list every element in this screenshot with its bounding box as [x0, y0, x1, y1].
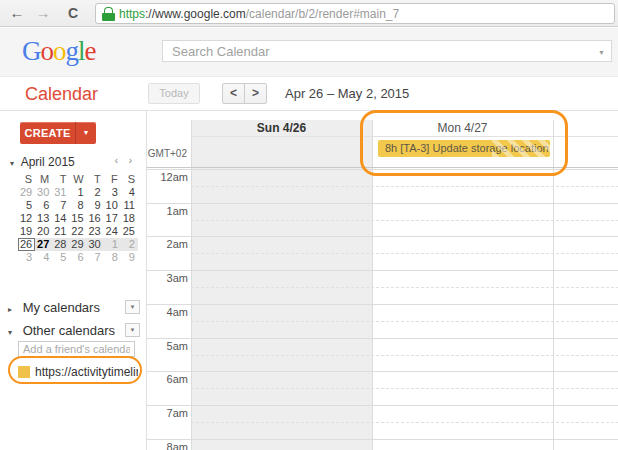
other-calendar-list-item[interactable]: https://activitytimeline… — [18, 363, 138, 380]
google-logo[interactable]: Google — [22, 36, 96, 67]
search-options-caret-icon[interactable]: ▼ — [598, 49, 605, 56]
create-caret-icon[interactable]: ▼ — [75, 122, 96, 144]
mini-calendar-day[interactable]: 2 — [87, 186, 104, 199]
today-button[interactable]: Today — [148, 83, 200, 104]
add-friend-calendar-input[interactable] — [18, 341, 135, 357]
my-calendars-menu-icon[interactable]: ▼ — [125, 300, 140, 314]
mini-calendar-day[interactable]: 29 — [18, 186, 35, 199]
mini-calendar-title: April 2015 — [21, 155, 75, 169]
mini-calendar-day[interactable]: 6 — [69, 251, 86, 264]
other-calendars-collapse-icon[interactable]: ▾ — [8, 328, 19, 337]
mini-calendar-day[interactable]: 3 — [104, 186, 121, 199]
hour-line — [147, 203, 618, 204]
hour-label: 5am — [147, 340, 188, 352]
mini-calendar-day[interactable]: 28 — [52, 238, 69, 251]
mini-calendar-weekday: M — [35, 173, 52, 186]
half-hour-line — [191, 422, 618, 423]
mini-calendar-day[interactable]: 23 — [87, 225, 104, 238]
mini-calendar-grid: SMTWTFS293031123456789101112131415161718… — [18, 173, 138, 264]
mini-calendar-day[interactable]: 4 — [35, 251, 52, 264]
hour-line — [147, 304, 618, 305]
half-hour-line — [191, 220, 618, 221]
mini-calendar-day[interactable]: 11 — [121, 199, 138, 212]
mini-calendar-day[interactable]: 12 — [18, 212, 35, 225]
mini-calendar-day[interactable]: 3 — [18, 251, 35, 264]
hour-line — [147, 405, 618, 406]
forward-icon[interactable]: → — [32, 3, 54, 23]
mini-calendar-day[interactable]: 9 — [87, 199, 104, 212]
mini-calendar-day[interactable]: 19 — [18, 225, 35, 238]
my-calendars-section[interactable]: ▸ My calendars ▼ — [8, 300, 140, 316]
logo-letter: e — [85, 36, 96, 66]
back-icon[interactable]: ← — [6, 3, 28, 23]
hour-label: 7am — [147, 407, 188, 419]
half-hour-line — [191, 355, 618, 356]
hour-label: 8am — [147, 441, 188, 450]
mini-calendar-day[interactable]: 21 — [52, 225, 69, 238]
mini-calendar-day[interactable]: 6 — [35, 199, 52, 212]
mini-calendar-day[interactable]: 10 — [104, 199, 121, 212]
day-header-mon[interactable]: Mon 4/27 — [372, 120, 553, 137]
mini-calendar-day[interactable]: 16 — [87, 212, 104, 225]
prev-week-button[interactable]: < — [222, 83, 245, 104]
my-calendars-collapse-icon[interactable]: ▸ — [8, 305, 19, 314]
mini-calendar-weekday: S — [18, 173, 35, 186]
create-button[interactable]: CREATE ▼ — [20, 122, 96, 144]
day-header-sun[interactable]: Sun 4/26 — [191, 120, 372, 137]
mini-calendar-day[interactable]: 5 — [18, 199, 35, 212]
search-input[interactable] — [163, 41, 611, 61]
other-calendars-menu-icon[interactable]: ▼ — [125, 323, 140, 337]
hour-line — [147, 169, 618, 170]
mini-calendar-day[interactable]: 8 — [104, 251, 121, 264]
mini-calendar-weekday: T — [52, 173, 69, 186]
mini-calendar-weekday: T — [87, 173, 104, 186]
hour-line — [147, 338, 618, 339]
logo-letter: o — [41, 36, 54, 66]
mini-calendar-day[interactable]: 17 — [104, 212, 121, 225]
mini-calendar-day[interactable]: 22 — [69, 225, 86, 238]
hour-label: 1am — [147, 205, 188, 217]
mini-calendar-header: ▾ April 2015 ‹ › — [10, 155, 136, 168]
mini-calendar-day[interactable]: 31 — [52, 186, 69, 199]
mini-calendar-day[interactable]: 24 — [104, 225, 121, 238]
mini-calendar-next-icon[interactable]: › — [129, 155, 132, 166]
mini-calendar-prev-icon[interactable]: ‹ — [115, 155, 118, 166]
mini-calendar-day[interactable]: 7 — [87, 251, 104, 264]
url-path: /calendar/b/2/render#main_7 — [246, 7, 399, 21]
mini-calendar-day[interactable]: 15 — [69, 212, 86, 225]
reload-icon[interactable]: C — [62, 3, 84, 23]
mini-calendar-day[interactable]: 8 — [69, 199, 86, 212]
mini-calendar-collapse-icon[interactable]: ▾ — [10, 159, 14, 168]
mini-calendar-day[interactable]: 25 — [121, 225, 138, 238]
sidebar: CREATE ▼ ▾ April 2015 ‹ › SMTWTFS2930311… — [0, 111, 146, 450]
mini-calendar-day[interactable]: 30 — [35, 186, 52, 199]
mini-calendar-day[interactable]: 20 — [35, 225, 52, 238]
mini-calendar-day[interactable]: 29 — [69, 238, 86, 251]
address-bar[interactable]: https://www.google.com/calendar/b/2/rend… — [95, 3, 615, 24]
app-header: Google ▼ — [0, 28, 618, 77]
mini-calendar-day[interactable]: 1 — [69, 186, 86, 199]
mini-calendar-day[interactable]: 18 — [121, 212, 138, 225]
mini-calendar-day[interactable]: 14 — [52, 212, 69, 225]
day-header-row: Sun 4/26 Mon 4/27 — [191, 120, 618, 137]
mini-calendar-day[interactable]: 2 — [121, 238, 138, 251]
all-day-event[interactable]: 8h [TA-3] Update storage location — [378, 140, 550, 157]
hour-label: 3am — [147, 272, 188, 284]
mini-calendar-day[interactable]: 7 — [52, 199, 69, 212]
mini-calendar-day[interactable]: 27 — [35, 238, 52, 251]
other-calendars-section[interactable]: ▾ Other calendars ▼ — [8, 323, 140, 339]
mini-calendar-day[interactable]: 26 — [18, 238, 35, 251]
mini-calendar-day[interactable]: 5 — [52, 251, 69, 264]
half-hour-line — [191, 388, 618, 389]
hour-line — [147, 270, 618, 271]
half-hour-line — [191, 287, 618, 288]
mini-calendar-day[interactable]: 4 — [121, 186, 138, 199]
mini-calendar-day[interactable]: 1 — [104, 238, 121, 251]
next-week-button[interactable]: > — [244, 83, 267, 104]
url-scheme: https — [119, 7, 145, 21]
mini-calendar-day[interactable]: 9 — [121, 251, 138, 264]
browser-toolbar: ← → C https://www.google.com/calendar/b/… — [0, 0, 618, 27]
mini-calendar-day[interactable]: 13 — [35, 212, 52, 225]
mini-calendar-day[interactable]: 30 — [87, 238, 104, 251]
logo-letter: G — [22, 36, 41, 66]
